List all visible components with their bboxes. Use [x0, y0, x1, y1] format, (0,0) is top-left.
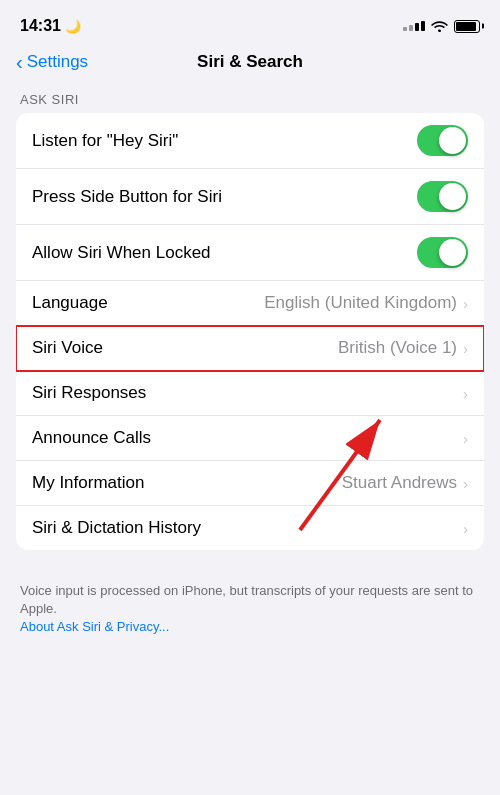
my-information-label: My Information	[32, 473, 144, 493]
side-button-label: Press Side Button for Siri	[32, 187, 222, 207]
my-information-value: Stuart Andrews	[342, 473, 457, 493]
siri-voice-row[interactable]: Siri Voice British (Voice 1) ›	[16, 326, 484, 371]
side-button-toggle[interactable]	[417, 181, 468, 212]
siri-voice-label: Siri Voice	[32, 338, 103, 358]
siri-responses-chevron-icon: ›	[463, 385, 468, 402]
language-chevron-icon: ›	[463, 295, 468, 312]
siri-responses-row[interactable]: Siri Responses ›	[16, 371, 484, 416]
announce-calls-chevron-icon: ›	[463, 430, 468, 447]
dictation-history-row[interactable]: Siri & Dictation History ›	[16, 506, 484, 550]
when-locked-label: Allow Siri When Locked	[32, 243, 211, 263]
announce-calls-row[interactable]: Announce Calls ›	[16, 416, 484, 461]
status-time: 14:31🌙	[20, 17, 81, 35]
battery-icon	[454, 20, 480, 33]
my-information-chevron-icon: ›	[463, 475, 468, 492]
back-chevron-icon: ‹	[16, 52, 23, 72]
hey-siri-row[interactable]: Listen for "Hey Siri"	[16, 113, 484, 169]
section-header-ask-siri: ASK SIRI	[0, 84, 500, 113]
ask-siri-privacy-link[interactable]: About Ask Siri & Privacy...	[20, 619, 169, 634]
siri-responses-right: ›	[463, 385, 468, 402]
footer-text: Voice input is processed on iPhone, but …	[0, 574, 500, 645]
signal-icon	[403, 21, 425, 31]
siri-voice-value: British (Voice 1)	[338, 338, 457, 358]
my-information-row[interactable]: My Information Stuart Andrews ›	[16, 461, 484, 506]
language-label: Language	[32, 293, 108, 313]
side-button-toggle-knob	[439, 183, 466, 210]
my-information-right: Stuart Andrews ›	[342, 473, 468, 493]
back-button[interactable]: ‹ Settings	[16, 52, 88, 72]
hey-siri-toggle[interactable]	[417, 125, 468, 156]
when-locked-toggle[interactable]	[417, 237, 468, 268]
back-label: Settings	[27, 52, 88, 72]
nav-bar: ‹ Settings Siri & Search	[0, 44, 500, 84]
siri-voice-chevron-icon: ›	[463, 340, 468, 357]
when-locked-right	[417, 237, 468, 268]
siri-voice-right: British (Voice 1) ›	[338, 338, 468, 358]
hey-siri-right	[417, 125, 468, 156]
side-button-row[interactable]: Press Side Button for Siri	[16, 169, 484, 225]
announce-calls-label: Announce Calls	[32, 428, 151, 448]
announce-calls-right: ›	[463, 430, 468, 447]
dictation-history-chevron-icon: ›	[463, 520, 468, 537]
status-icons	[403, 18, 480, 35]
dictation-history-label: Siri & Dictation History	[32, 518, 201, 538]
nav-title: Siri & Search	[197, 52, 303, 72]
hey-siri-label: Listen for "Hey Siri"	[32, 131, 178, 151]
when-locked-row[interactable]: Allow Siri When Locked	[16, 225, 484, 281]
dictation-history-right: ›	[463, 520, 468, 537]
ask-siri-group: Listen for "Hey Siri" Press Side Button …	[16, 113, 484, 550]
side-button-right	[417, 181, 468, 212]
language-right: English (United Kingdom) ›	[264, 293, 468, 313]
language-value: English (United Kingdom)	[264, 293, 457, 313]
wifi-icon	[431, 18, 448, 35]
when-locked-toggle-knob	[439, 239, 466, 266]
language-row[interactable]: Language English (United Kingdom) ›	[16, 281, 484, 326]
hey-siri-toggle-knob	[439, 127, 466, 154]
moon-icon: 🌙	[65, 19, 81, 34]
siri-responses-label: Siri Responses	[32, 383, 146, 403]
status-bar: 14:31🌙	[0, 0, 500, 44]
